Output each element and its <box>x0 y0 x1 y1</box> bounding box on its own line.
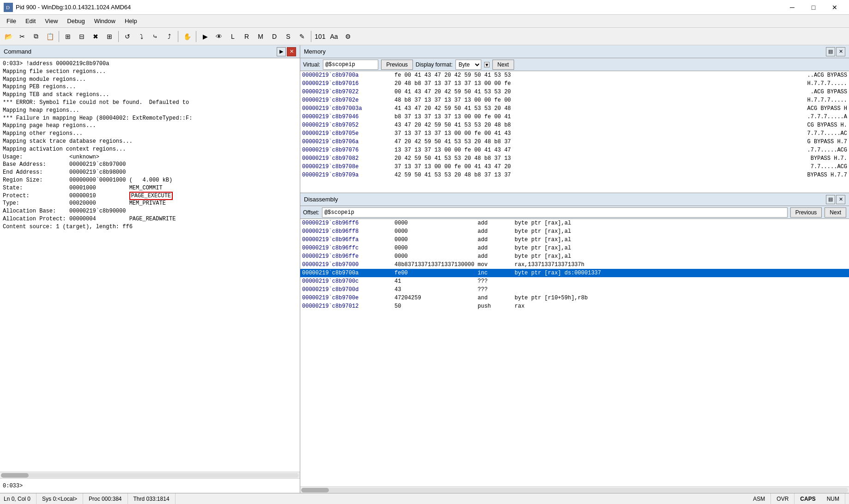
command-input[interactable] <box>23 483 297 489</box>
memory-next-btn[interactable]: Next <box>492 60 514 70</box>
memory-row: 00000219`c8b97046b8 37 13 37 13 37 13 00… <box>300 113 849 121</box>
status-thrd: Thrd 033:1814 <box>128 493 176 504</box>
toolbar-locals[interactable]: L <box>226 30 239 43</box>
disasm-row[interactable]: 00000219`c8b9700e47204259andbyte ptr [r1… <box>300 294 849 302</box>
disasm-hscroll-track <box>301 488 848 492</box>
toolbar-btn3[interactable]: ✖ <box>89 30 102 43</box>
toolbar-sep-2 <box>118 31 119 42</box>
command-hscroll[interactable] <box>0 472 300 478</box>
toolbar-source[interactable]: 101 <box>314 30 327 43</box>
memory-panel: Memory ▤ ✕ Virtual: Previous Display for… <box>300 45 849 193</box>
disasm-hscroll[interactable] <box>300 486 849 493</box>
disasm-row[interactable]: 00000219`c8b96ff60000addbyte ptr [rax],a… <box>300 219 849 227</box>
memory-display-format-label: Display format: <box>416 61 453 68</box>
status-ovr: OVR <box>771 493 794 504</box>
disasm-row[interactable]: 00000219`c8b9701250pushrax <box>300 302 849 310</box>
memory-virtual-input[interactable] <box>323 60 378 70</box>
menu-file[interactable]: File <box>2 15 21 28</box>
toolbar-sep-3 <box>178 31 178 42</box>
memory-row: 00000219`c8b9706a47 20 42 59 50 41 53 53… <box>300 138 849 146</box>
memory-row: 00000219`c8b9702e48 b8 37 13 37 13 37 13… <box>300 96 849 104</box>
disasm-panel-close-btn[interactable]: ✕ <box>836 195 845 204</box>
command-panel-terminal-btn[interactable]: ▶ <box>277 47 286 56</box>
disasm-row[interactable]: 00000219`c8b96ffa0000addbyte ptr [rax],a… <box>300 236 849 244</box>
disasm-row[interactable]: 00000219`c8b96ffe0000addbyte ptr [rax],a… <box>300 252 849 261</box>
menu-view[interactable]: View <box>40 15 62 28</box>
toolbar-font[interactable]: Aa <box>327 30 340 43</box>
status-proc: Proc 000:384 <box>83 493 127 504</box>
toolbar-cmd[interactable]: ▶ <box>199 30 212 43</box>
memory-row: 00000219`c8b9708e37 13 37 13 00 00 fe 00… <box>300 163 849 171</box>
disassembly-panel: Disassembly ▤ ✕ Offset: Previous Next 00… <box>300 193 849 493</box>
disasm-row[interactable]: 00000219`c8b9700048b83713371337133713000… <box>300 261 849 269</box>
toolbar-restart[interactable]: ↺ <box>121 30 134 43</box>
toolbar-btn4[interactable]: ⊞ <box>103 30 116 43</box>
disasm-previous-btn[interactable]: Previous <box>790 207 822 218</box>
disasm-panel-header: Disassembly ▤ ✕ <box>300 193 849 206</box>
memory-panel-buttons: ▤ ✕ <box>826 47 845 56</box>
memory-previous-btn[interactable]: Previous <box>381 60 413 70</box>
toolbar-cut[interactable]: ✂ <box>16 30 29 43</box>
toolbar-step-out[interactable]: ⤴ <box>163 30 176 43</box>
toolbar-watch[interactable]: 👁 <box>212 30 225 43</box>
toolbar-disasm[interactable]: D <box>268 30 281 43</box>
toolbar-options[interactable]: ⚙ <box>341 30 354 43</box>
menu-edit[interactable]: Edit <box>21 15 40 28</box>
disasm-offset-input[interactable] <box>322 207 787 218</box>
app-icon: D <box>4 3 13 12</box>
disasm-panel-icon-btn[interactable]: ▤ <box>826 195 835 204</box>
toolbar-paste[interactable]: 📋 <box>43 30 56 43</box>
memory-dropdown-arrow[interactable]: ▼ <box>484 62 490 67</box>
toolbar-scratch[interactable]: ✎ <box>296 30 309 43</box>
status-ln-col: Ln 0, Col 0 <box>4 493 36 504</box>
disasm-row[interactable]: 00000219`c8b9700d43??? <box>300 285 849 294</box>
disasm-next-btn[interactable]: Next <box>825 207 846 218</box>
disasm-panel-title: Disassembly <box>304 196 826 203</box>
toolbar-hand[interactable]: ✋ <box>181 30 194 43</box>
memory-virtual-label: Virtual: <box>303 61 320 68</box>
memory-row: 00000219`c8b9705243 47 20 42 59 50 41 53… <box>300 121 849 129</box>
menu-window[interactable]: Window <box>90 15 120 28</box>
svg-text:D: D <box>6 5 10 10</box>
main-content: Command ▶ ✕ 0:033> !address 00000219c8b9… <box>0 45 849 493</box>
command-panel: Command ▶ ✕ 0:033> !address 00000219c8b9… <box>0 45 300 493</box>
toolbar-stack[interactable]: S <box>282 30 295 43</box>
memory-display-format-select[interactable]: Byte Short Long Quad <box>455 60 481 70</box>
toolbar-open[interactable]: 📂 <box>2 30 15 43</box>
toolbar-sep-1 <box>59 31 59 42</box>
disasm-hscroll-thumb[interactable] <box>301 488 329 492</box>
status-sys: Sys 0:<Local> <box>36 493 83 504</box>
maximize-button[interactable]: □ <box>803 0 824 15</box>
memory-panel-icon-btn[interactable]: ▤ <box>826 47 835 56</box>
command-panel-close-btn[interactable]: ✕ <box>287 47 296 56</box>
toolbar-mem[interactable]: M <box>254 30 267 43</box>
toolbar-copy[interactable]: ⧉ <box>30 30 42 43</box>
status-caps: CAPS <box>794 493 821 504</box>
toolbar-step-over[interactable]: ⤷ <box>149 30 162 43</box>
command-hscroll-track <box>1 473 299 478</box>
title-bar: D Pid 900 - WinDbg:10.0.14321.1024 AMD64… <box>0 0 849 15</box>
toolbar-btn1[interactable]: ⊞ <box>61 30 74 43</box>
memory-panel-header: Memory ▤ ✕ <box>300 45 849 58</box>
memory-toolbar: Virtual: Previous Display format: Byte S… <box>300 58 849 71</box>
toolbar-step-into[interactable]: ⤵ <box>135 30 148 43</box>
memory-row: 00000219`c8b9700afe 00 41 43 47 20 42 59… <box>300 71 849 79</box>
command-hscroll-thumb[interactable] <box>1 473 29 478</box>
minimize-button[interactable]: ─ <box>782 0 803 15</box>
status-num: NUM <box>821 493 845 504</box>
disasm-row[interactable]: 00000219`c8b96ffc0000addbyte ptr [rax],a… <box>300 244 849 252</box>
memory-panel-close-btn[interactable]: ✕ <box>836 47 845 56</box>
disasm-row[interactable]: 00000219`c8b96ff80000addbyte ptr [rax],a… <box>300 227 849 236</box>
memory-row: 00000219`c8b9702200 41 43 47 20 42 59 50… <box>300 88 849 96</box>
memory-row: 00000219`c8b9709a42 59 50 41 53 53 20 48… <box>300 171 849 179</box>
title-text: Pid 900 - WinDbg:10.0.14321.1024 AMD64 <box>16 4 782 11</box>
disasm-row[interactable]: 00000219`c8b9700c41??? <box>300 277 849 285</box>
disasm-row[interactable]: 00000219`c8b9700afe00incbyte ptr [rax] d… <box>300 269 849 277</box>
command-output: 0:033> !address 00000219c8b9700aMapping … <box>0 58 300 472</box>
toolbar-btn2[interactable]: ⊟ <box>75 30 88 43</box>
status-asm: ASM <box>747 493 771 504</box>
toolbar-regs[interactable]: R <box>240 30 253 43</box>
close-button[interactable]: ✕ <box>824 0 845 15</box>
menu-debug[interactable]: Debug <box>62 15 89 28</box>
menu-help[interactable]: Help <box>120 15 142 28</box>
